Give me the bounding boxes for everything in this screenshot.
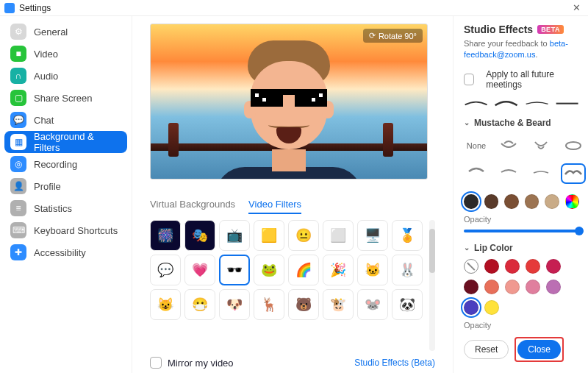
eyebrow-option[interactable]	[525, 97, 549, 107]
sidebar-item-statistics[interactable]: ≡Statistics	[4, 197, 127, 219]
window-close-icon[interactable]: ✕	[570, 2, 584, 13]
mustache-opacity-slider[interactable]	[464, 230, 579, 232]
filter-tile[interactable]: 🕶️	[219, 255, 250, 285]
color-swatch[interactable]	[545, 194, 559, 209]
filter-tile[interactable]: 💬	[150, 255, 181, 285]
filter-tile[interactable]: 🦌	[254, 289, 284, 320]
mustache-option[interactable]	[528, 163, 553, 184]
lip-color-swatch[interactable]	[546, 280, 561, 294]
filter-tile[interactable]: 🎉	[323, 255, 354, 285]
filter-tile[interactable]: 📺	[219, 220, 250, 251]
sidebar-item-video[interactable]: ■Video	[4, 43, 127, 65]
lip-color-swatch[interactable]	[484, 300, 499, 315]
section-mustache[interactable]: ⌄ Mustache & Beard	[464, 118, 579, 128]
filters-scrollbar[interactable]	[429, 220, 435, 351]
mustache-none[interactable]: None	[464, 135, 489, 156]
filter-tile[interactable]: 🐮	[323, 289, 354, 320]
beta-badge: BETA	[537, 25, 564, 34]
filter-tile[interactable]: 😷	[184, 289, 215, 320]
filter-tile[interactable]: 🎭	[184, 220, 215, 251]
mustache-opacity-label: Opacity	[464, 215, 579, 224]
stats-icon: ≡	[10, 200, 26, 216]
sidebar-item-label: Background & Filters	[34, 131, 121, 153]
color-picker-icon[interactable]	[565, 194, 580, 209]
filter-tile[interactable]: 🐸	[254, 255, 284, 285]
mustache-grid: None	[464, 135, 579, 185]
studio-effects-title-text: Studio Effects	[464, 24, 533, 35]
chevron-down-icon: ⌄	[464, 244, 470, 252]
lip-color-swatch[interactable]	[505, 280, 520, 294]
lip-color-swatch[interactable]	[505, 259, 520, 274]
app-icon	[4, 3, 15, 13]
filter-tile[interactable]: 😐	[288, 220, 319, 251]
color-swatch[interactable]	[504, 194, 519, 209]
lip-color-swatch[interactable]	[526, 280, 540, 294]
filter-tile[interactable]: 💗	[184, 255, 215, 285]
sidebar-item-keyboard-shortcuts[interactable]: ⌨Keyboard Shortcuts	[4, 219, 127, 241]
lip-color-swatch[interactable]	[464, 300, 478, 315]
eyebrow-option[interactable]	[464, 97, 488, 107]
tab-video-filters[interactable]: Video Filters	[248, 199, 301, 214]
filter-tile[interactable]: ⬜	[323, 220, 354, 251]
mustache-option[interactable]	[464, 163, 489, 184]
filter-tile[interactable]: 🟨	[254, 220, 284, 251]
filter-tile[interactable]: 🐰	[392, 255, 423, 285]
sidebar-item-label: Chat	[34, 115, 54, 126]
close-button[interactable]: Close	[517, 340, 561, 359]
lip-color-swatch[interactable]	[546, 259, 561, 274]
sidebar-item-label: Profile	[34, 181, 61, 192]
close-highlight: Close	[514, 337, 564, 362]
sidebar-item-profile[interactable]: 👤Profile	[4, 175, 127, 197]
lip-title: Lip Color	[474, 243, 513, 253]
lip-color-swatch[interactable]	[484, 280, 499, 294]
sidebar-item-label: Accessibility	[34, 247, 86, 258]
center-panel: ⟳ Rotate 90°	[132, 16, 453, 373]
lip-none-icon[interactable]	[464, 259, 478, 274]
mustache-option[interactable]	[528, 135, 553, 156]
eyebrow-option[interactable]	[494, 97, 518, 107]
lip-color-swatch[interactable]	[464, 280, 478, 294]
sidebar-item-share-screen[interactable]: ▢Share Screen	[4, 87, 127, 109]
main-container: ⚙General■Video∩Audio▢Share Screen💬Chat▦B…	[0, 16, 588, 373]
color-swatch[interactable]	[525, 194, 539, 209]
filter-tile[interactable]: 🐶	[219, 289, 250, 320]
reset-button[interactable]: Reset	[464, 340, 509, 359]
sidebar-item-label: Audio	[34, 71, 58, 82]
mustache-option[interactable]	[561, 135, 586, 156]
filter-tile[interactable]: 🖥️	[357, 220, 388, 251]
slider-knob[interactable]	[575, 227, 584, 235]
apply-all-checkbox[interactable]	[464, 74, 474, 85]
filter-tile[interactable]: 😺	[150, 289, 181, 320]
filter-tile[interactable]: 🏅	[392, 220, 423, 251]
sidebar-item-chat[interactable]: 💬Chat	[4, 109, 127, 131]
color-swatch[interactable]	[464, 194, 478, 209]
sidebar-item-general[interactable]: ⚙General	[4, 21, 127, 43]
face-illustration	[234, 40, 344, 180]
sidebar-item-audio[interactable]: ∩Audio	[4, 65, 127, 87]
filter-tile[interactable]: 🐱	[357, 255, 388, 285]
sidebar-item-background-filters[interactable]: ▦Background & Filters	[4, 131, 127, 153]
profile-icon: 👤	[10, 178, 26, 194]
filter-tile[interactable]: 🐻	[288, 289, 319, 320]
mustache-option[interactable]	[496, 163, 521, 184]
filter-tile[interactable]: 🐼	[392, 289, 423, 320]
eyebrow-option[interactable]	[555, 97, 579, 107]
sidebar-item-accessibility[interactable]: ✚Accessibility	[4, 241, 127, 263]
mustache-option[interactable]	[561, 163, 586, 184]
filter-tile[interactable]: 🌈	[288, 255, 319, 285]
filter-tile[interactable]: 🎆	[150, 220, 181, 251]
rotate-button[interactable]: ⟳ Rotate 90°	[363, 29, 423, 43]
color-swatch[interactable]	[484, 194, 499, 209]
tab-virtual-backgrounds[interactable]: Virtual Backgrounds	[150, 199, 235, 214]
lip-colors	[464, 259, 579, 315]
sidebar-item-recording[interactable]: ◎Recording	[4, 153, 127, 175]
lip-color-swatch[interactable]	[484, 259, 499, 274]
mustache-option[interactable]	[496, 135, 521, 156]
window-title: Settings	[19, 3, 51, 13]
mirror-checkbox[interactable]	[150, 357, 162, 369]
studio-effects-link[interactable]: Studio Effects (Beta)	[354, 358, 435, 368]
section-lip[interactable]: ⌄ Lip Color	[464, 243, 579, 253]
lip-color-swatch[interactable]	[526, 259, 540, 274]
sidebar-item-label: Keyboard Shortcuts	[34, 225, 118, 236]
filter-tile[interactable]: 🐭	[357, 289, 388, 320]
